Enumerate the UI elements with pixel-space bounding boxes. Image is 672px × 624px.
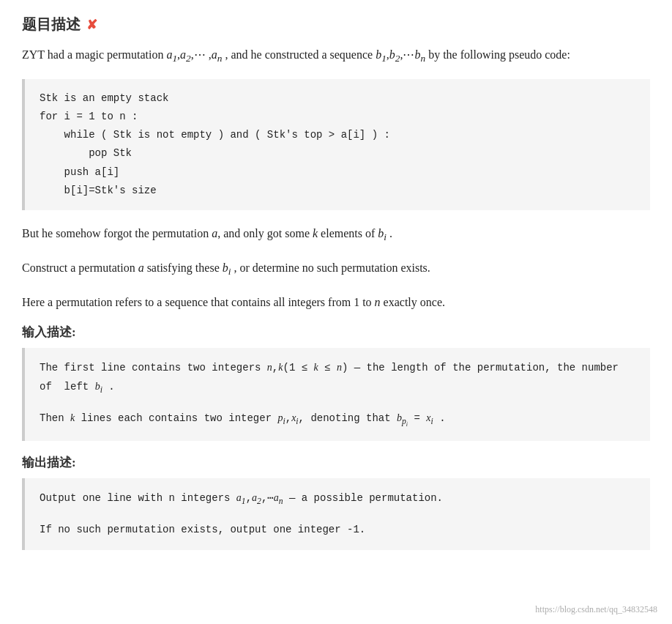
output-section-title: 输出描述: bbox=[22, 454, 650, 471]
title-text: 题目描述 bbox=[22, 15, 81, 34]
problem-para3: Construct a permutation a satisfying the… bbox=[22, 258, 650, 281]
problem-intro: ZYT had a magic permutation a1,a2,⋯ ,an … bbox=[22, 45, 650, 67]
close-icon[interactable]: ✘ bbox=[86, 17, 97, 33]
pseudocode-block: Stk is an empty stack for i = 1 to n : w… bbox=[22, 79, 650, 210]
input-line1: The first line contains two integers n,k… bbox=[40, 358, 635, 399]
input-line2: Then k lines each contains two integer p… bbox=[40, 409, 635, 431]
watermark: https://blog.csdn.net/qq_34832548 bbox=[535, 604, 657, 615]
problem-para2: But he somehow forgot the permutation a,… bbox=[22, 223, 650, 246]
output-description-block: Output one line with n integers a1,a2,⋯a… bbox=[22, 478, 650, 550]
input-section-title: 输入描述: bbox=[22, 324, 650, 341]
section-title: 题目描述 ✘ bbox=[22, 15, 650, 34]
problem-para4: Here a permutation refers to a sequence … bbox=[22, 292, 650, 312]
input-description-block: The first line contains two integers n,k… bbox=[22, 348, 650, 441]
output-line2: If no such permutation exists, output on… bbox=[40, 520, 635, 540]
output-line1: Output one line with n integers a1,a2,⋯a… bbox=[40, 489, 635, 510]
